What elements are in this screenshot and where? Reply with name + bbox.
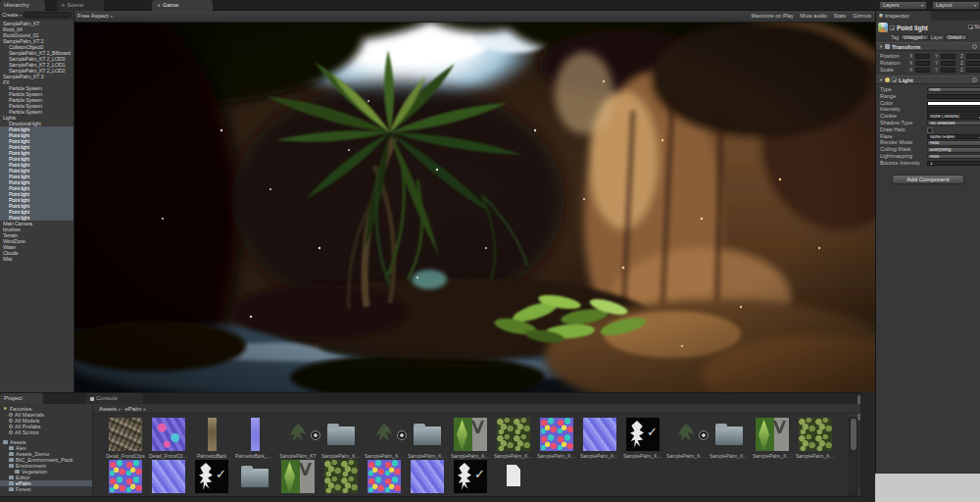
asset-thumbnail[interactable]: SamplePalm_KT 3 — [667, 418, 705, 459]
axis-z-field[interactable] — [966, 54, 980, 59]
tab-inspector[interactable]: Inspector — [876, 11, 931, 21]
project-panel: Project Console Favorites All Materials … — [0, 392, 860, 502]
asset-thumbnail[interactable] — [366, 460, 403, 493]
tab-game[interactable]: ◄Game — [152, 0, 213, 11]
property-control[interactable]: Everything — [927, 147, 980, 152]
property-control[interactable]: None (Texture) — [927, 114, 980, 119]
layers-dropdown[interactable]: Layers▾ — [879, 1, 927, 10]
foldout-icon[interactable]: ▼ — [879, 44, 883, 49]
game-toolbar-button[interactable]: Stats — [834, 13, 847, 19]
asset-label: SamplePalm_KT 2 M... — [408, 453, 447, 459]
axis-x-field[interactable] — [915, 68, 930, 73]
game-toolbar-button[interactable]: Maximize on Play — [751, 13, 793, 19]
game-toolbar-button[interactable]: Gizmos — [853, 13, 871, 19]
game-toolbar-button[interactable]: Mute audio — [801, 13, 827, 19]
light-enabled-checkbox[interactable]: ✓ — [892, 77, 897, 82]
axis-x-field[interactable] — [915, 61, 930, 66]
gear-icon[interactable] — [972, 44, 977, 49]
asset-thumbnail[interactable]: SamplePalm_KT 2_N... — [581, 418, 618, 459]
property-control[interactable]: 1 — [927, 161, 980, 166]
property-control[interactable] — [927, 101, 980, 106]
tab-project[interactable]: Project — [0, 393, 43, 404]
property-control[interactable] — [927, 94, 980, 99]
axis-z-field[interactable] — [966, 61, 980, 66]
asset-thumbnail[interactable] — [495, 460, 532, 493]
asset-thumbnail[interactable] — [150, 460, 187, 493]
asset-preview — [238, 460, 271, 493]
asset-thumbnail[interactable]: SamplePalm_KT 2 M... — [409, 418, 446, 459]
asset-thumbnail[interactable]: PalmettoBark_Normal — [236, 418, 273, 459]
light-component-header[interactable]: ▼ ✓ Light — [876, 75, 980, 84]
asset-thumbnail[interactable] — [193, 460, 230, 493]
tab-hierarchy[interactable]: Hierarchy — [0, 0, 45, 11]
asset-thumbnail[interactable]: SamplePalm_KT 3 M... — [710, 418, 748, 459]
active-checkbox[interactable]: ✓ — [890, 25, 895, 30]
tree-item-icon — [9, 481, 14, 485]
asset-preview — [583, 418, 616, 451]
asset-thumbnail[interactable] — [452, 460, 489, 493]
axis-y-field[interactable] — [941, 68, 956, 73]
tag-dropdown[interactable]: Untagged ▾ — [901, 34, 929, 40]
hierarchy-search-input[interactable] — [24, 12, 72, 18]
asset-thumbnail[interactable]: SamplePalm_KT 2_At... — [452, 418, 489, 459]
property-control[interactable]: Auto — [927, 140, 980, 145]
aspect-dropdown[interactable]: Free Aspect ▾ — [77, 13, 113, 19]
asset-thumbnail[interactable]: SamplePalm_KT 2 — [366, 418, 403, 459]
layer-dropdown[interactable]: Default ▾ — [945, 34, 967, 40]
asset-thumbnail[interactable]: SamplePalm_KT M... — [322, 418, 360, 459]
transform-row: Position X Y Z — [876, 53, 980, 60]
asset-thumbnail[interactable]: PalmettoBark — [193, 418, 230, 459]
property-control[interactable]: Auto — [927, 154, 980, 159]
asset-thumbnail[interactable] — [236, 460, 273, 493]
project-scrollbar-thumb[interactable] — [851, 419, 857, 450]
asset-preview — [497, 418, 530, 451]
asset-thumbnail[interactable]: SamplePalm_KT 2_A... — [624, 418, 662, 459]
axis-y-field[interactable] — [941, 54, 956, 59]
property-control[interactable] — [927, 107, 980, 112]
light-property-row: Render Mode Auto — [876, 139, 980, 146]
game-viewport[interactable] — [74, 23, 875, 392]
console-tab-icon — [90, 397, 94, 401]
property-control[interactable]: Point — [927, 87, 980, 92]
asset-thumbnail[interactable] — [322, 460, 360, 493]
project-tree-item[interactable]: All Scripts — [0, 429, 92, 435]
axis-z-field[interactable] — [966, 68, 980, 73]
breadcrumb-separator-icon: ▸ — [119, 406, 122, 412]
tab-console[interactable]: Console — [86, 393, 143, 404]
project-tree-item[interactable]: Forest — [0, 486, 92, 492]
asset-preview — [208, 418, 217, 451]
asset-thumbnail[interactable]: SamplePalm_KT 3_At... — [754, 418, 791, 459]
asset-thumbnail[interactable]: SamplePalm_KT 3_N... — [797, 418, 834, 459]
asset-thumbnail[interactable] — [409, 460, 446, 493]
asset-preview — [712, 418, 746, 451]
breadcrumb-item[interactable]: ePalm▸ — [125, 404, 149, 413]
asset-thumbnail[interactable]: Detail_FrondClips_N... — [150, 418, 187, 459]
breadcrumb-item[interactable]: Assets▸ — [99, 404, 123, 413]
tab-scene[interactable]: ✛Scene — [57, 0, 104, 11]
axis-y-field[interactable] — [941, 61, 956, 66]
asset-thumbnail[interactable]: SamplePalm_KT 2_N... — [495, 418, 532, 459]
create-button[interactable]: Create ▾ — [2, 12, 22, 18]
light-property-row: Color — [876, 100, 980, 107]
asset-thumbnail[interactable]: SamplePalm_KT — [279, 418, 317, 459]
axis-x-field[interactable] — [915, 54, 930, 59]
chevron-down-icon: ▾ — [921, 2, 923, 9]
asset-thumbnail[interactable] — [107, 460, 144, 493]
add-component-button[interactable]: Add Component — [892, 175, 964, 184]
layout-dropdown[interactable]: Layout▾ — [932, 1, 980, 10]
hierarchy-item[interactable]: Mist — [0, 256, 74, 262]
project-scrollbar[interactable] — [849, 417, 858, 496]
static-checkbox[interactable]: ✓ — [968, 25, 973, 29]
project-tab-strip: Project Console — [0, 393, 860, 404]
asset-thumbnail[interactable] — [279, 460, 317, 493]
asset-preview — [411, 460, 444, 493]
gear-icon[interactable] — [972, 77, 977, 82]
property-control[interactable]: No Shadows — [927, 121, 980, 126]
asset-thumbnail[interactable]: SamplePalm_KT 2_N... — [538, 418, 575, 459]
transform-component-header[interactable]: ▼ Transform — [876, 42, 980, 51]
property-control[interactable]: None (Flare) — [927, 134, 980, 139]
foldout-icon[interactable]: ▼ — [879, 77, 883, 82]
tree-item-icon — [9, 446, 14, 450]
asset-thumbnail[interactable]: Detail_FrondClips — [107, 418, 144, 459]
asset-preview — [411, 418, 444, 451]
